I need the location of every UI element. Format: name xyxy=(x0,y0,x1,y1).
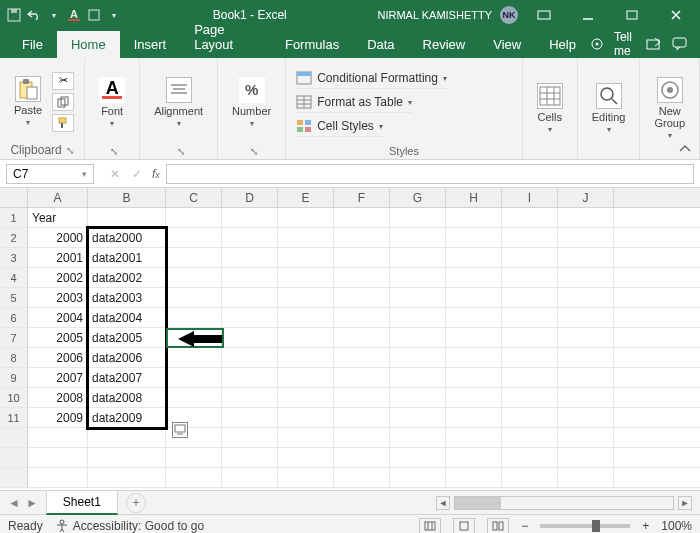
cell[interactable] xyxy=(446,288,502,307)
col-header-H[interactable]: H xyxy=(446,188,502,207)
editing-button[interactable]: Editing ▾ xyxy=(588,81,630,136)
cell[interactable] xyxy=(446,428,502,447)
cell[interactable] xyxy=(558,468,614,487)
cell[interactable] xyxy=(558,308,614,327)
cell[interactable] xyxy=(446,328,502,347)
cell[interactable]: data2000 xyxy=(88,228,166,247)
cell[interactable] xyxy=(166,208,222,227)
cell[interactable]: 2005 xyxy=(28,328,88,347)
cell[interactable] xyxy=(502,228,558,247)
cell[interactable] xyxy=(222,388,278,407)
undo-icon[interactable] xyxy=(26,7,42,23)
cell[interactable] xyxy=(222,328,278,347)
cell[interactable] xyxy=(390,428,446,447)
alignment-launcher-icon[interactable]: ⤡ xyxy=(177,146,185,157)
name-box[interactable]: C7 ▾ xyxy=(6,164,94,184)
sheet-nav-prev-icon[interactable]: ◄ xyxy=(8,496,20,510)
cell[interactable] xyxy=(502,468,558,487)
col-header-E[interactable]: E xyxy=(278,188,334,207)
cell[interactable] xyxy=(502,288,558,307)
cell[interactable] xyxy=(502,408,558,427)
cell[interactable] xyxy=(502,248,558,267)
tab-formulas[interactable]: Formulas xyxy=(271,31,353,58)
zoom-out-icon[interactable]: − xyxy=(521,519,528,533)
cell[interactable]: data2009 xyxy=(88,408,166,427)
cell[interactable] xyxy=(222,308,278,327)
col-header-F[interactable]: F xyxy=(334,188,390,207)
cell[interactable]: 2002 xyxy=(28,268,88,287)
cell[interactable] xyxy=(88,468,166,487)
cell[interactable] xyxy=(558,408,614,427)
cell[interactable] xyxy=(166,228,222,247)
cell[interactable] xyxy=(334,308,390,327)
tab-home[interactable]: Home xyxy=(57,31,120,58)
cell[interactable]: data2003 xyxy=(88,288,166,307)
cell[interactable]: 2008 xyxy=(28,388,88,407)
hscroll-left-icon[interactable]: ◄ xyxy=(436,496,450,510)
cell[interactable]: data2006 xyxy=(88,348,166,367)
cell[interactable] xyxy=(166,468,222,487)
cell[interactable] xyxy=(502,448,558,467)
cell[interactable] xyxy=(278,268,334,287)
view-page-break-icon[interactable] xyxy=(487,518,509,534)
cell[interactable] xyxy=(390,408,446,427)
redo-dropdown-icon[interactable]: ▾ xyxy=(46,7,62,23)
cell[interactable] xyxy=(278,348,334,367)
cell[interactable] xyxy=(166,268,222,287)
cell[interactable] xyxy=(502,328,558,347)
view-normal-icon[interactable] xyxy=(419,518,441,534)
borders-icon[interactable] xyxy=(86,7,102,23)
col-header-C[interactable]: C xyxy=(166,188,222,207)
cell[interactable] xyxy=(278,468,334,487)
cell[interactable] xyxy=(222,288,278,307)
cell[interactable] xyxy=(166,368,222,387)
cancel-formula-icon[interactable]: ✕ xyxy=(110,167,120,181)
name-box-dropdown-icon[interactable]: ▾ xyxy=(82,169,87,179)
cell[interactable] xyxy=(166,248,222,267)
accessibility-button[interactable]: Accessibility: Good to go xyxy=(55,519,204,533)
font-launcher-icon[interactable]: ⤡ xyxy=(110,146,118,157)
close-icon[interactable] xyxy=(658,5,694,25)
cell[interactable] xyxy=(222,428,278,447)
cell[interactable] xyxy=(166,288,222,307)
number-button[interactable]: % Number ▾ xyxy=(228,75,275,130)
cell[interactable] xyxy=(558,428,614,447)
cell[interactable] xyxy=(558,368,614,387)
cell[interactable] xyxy=(446,348,502,367)
conditional-formatting-button[interactable]: Conditional Formatting ▾ xyxy=(296,69,447,89)
cell[interactable] xyxy=(390,248,446,267)
add-sheet-icon[interactable]: ＋ xyxy=(126,493,146,513)
cell[interactable] xyxy=(334,428,390,447)
cell[interactable] xyxy=(502,308,558,327)
cell[interactable] xyxy=(334,228,390,247)
cell[interactable] xyxy=(390,288,446,307)
copy-icon[interactable] xyxy=(52,93,74,111)
tab-page-layout[interactable]: Page Layout xyxy=(180,16,271,58)
row-header[interactable]: 1 xyxy=(0,208,28,227)
cell[interactable] xyxy=(502,348,558,367)
cell[interactable] xyxy=(278,428,334,447)
zoom-slider[interactable] xyxy=(540,524,630,528)
paste-button[interactable]: Paste ▾ xyxy=(10,74,46,129)
select-all-corner[interactable] xyxy=(0,188,28,207)
cell[interactable] xyxy=(278,328,334,347)
tab-review[interactable]: Review xyxy=(409,31,480,58)
cell[interactable] xyxy=(558,388,614,407)
sheet-tab-active[interactable]: Sheet1 xyxy=(46,490,118,515)
cell[interactable]: data2002 xyxy=(88,268,166,287)
cell[interactable] xyxy=(334,368,390,387)
cell[interactable] xyxy=(446,448,502,467)
cell[interactable] xyxy=(222,248,278,267)
row-header[interactable]: 11 xyxy=(0,408,28,427)
cell[interactable] xyxy=(446,408,502,427)
row-header[interactable]: 6 xyxy=(0,308,28,327)
cell[interactable] xyxy=(334,448,390,467)
cell[interactable]: data2004 xyxy=(88,308,166,327)
cell[interactable] xyxy=(222,368,278,387)
cell[interactable]: 2000 xyxy=(28,228,88,247)
cell[interactable] xyxy=(334,208,390,227)
minimize-icon[interactable] xyxy=(570,5,606,25)
cell[interactable]: data2005 xyxy=(88,328,166,347)
cell[interactable] xyxy=(446,368,502,387)
cell[interactable] xyxy=(558,348,614,367)
